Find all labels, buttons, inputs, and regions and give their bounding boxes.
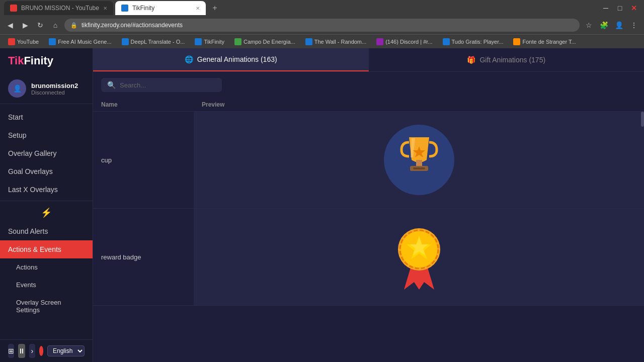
trophy-svg xyxy=(394,132,444,188)
minimize-button[interactable]: ─ xyxy=(600,2,612,14)
refresh-button[interactable]: ↻ xyxy=(34,19,46,31)
start-label: Start xyxy=(8,113,23,121)
actions-label: Actions xyxy=(16,263,38,271)
avatar: 👤 xyxy=(8,79,26,98)
bookmark-youtube[interactable]: YouTube xyxy=(4,37,43,46)
tab-youtube[interactable]: BRUNO MISSION - YouTube ✕ xyxy=(4,1,113,15)
bookmark-button[interactable]: ☆ xyxy=(583,19,595,31)
badge-svg xyxy=(394,224,444,290)
new-tab-button[interactable]: + xyxy=(208,1,222,15)
actions-events-label: Actions & Events xyxy=(8,245,61,253)
user-status: Disconnected xyxy=(31,89,78,96)
sidebar-item-setup[interactable]: Setup xyxy=(0,126,93,144)
svg-rect-1 xyxy=(416,160,422,166)
content-tabs: 🌐 General Animations (163) 🎁 Gift Animat… xyxy=(93,48,644,72)
bookmark-campo[interactable]: Campo De Energia... xyxy=(230,37,299,46)
youtube-favicon xyxy=(10,5,17,12)
address-text: tikfinity.zerody.one/#actionsandevents xyxy=(82,22,183,29)
gift-animations-icon: 🎁 xyxy=(467,56,475,64)
bookmark-fonte-icon xyxy=(513,38,520,45)
table-row: cup xyxy=(93,112,644,209)
maximize-button[interactable]: □ xyxy=(614,2,626,14)
back-button[interactable]: ◀ xyxy=(4,19,16,31)
sidebar-item-last-x-overlays[interactable]: Last X Overlays xyxy=(0,180,93,199)
sidebar-item-events[interactable]: Events xyxy=(0,276,93,294)
sidebar-footer: ⊞ ⏸ › English xyxy=(0,339,93,362)
sidebar-item-overlay-screen-settings[interactable]: Overlay Screen Settings xyxy=(0,294,93,319)
bookmark-wall-icon xyxy=(305,38,312,45)
animation-name-badge: reward badge xyxy=(93,245,194,269)
tab-tikfinity-close[interactable]: ✕ xyxy=(196,6,200,11)
scrollbar-thumb[interactable] xyxy=(641,112,644,127)
search-bar: 🔍 xyxy=(93,72,644,98)
search-input[interactable] xyxy=(120,81,216,89)
logo-tik: TikFinity xyxy=(8,54,53,67)
search-icon: 🔍 xyxy=(107,81,116,89)
bookmark-ai-music[interactable]: Free AI Music Gene... xyxy=(45,37,115,46)
address-bar[interactable]: 🔒 tikfinity.zerody.one/#actionsandevents xyxy=(64,19,580,32)
lightning-icon: ⚡ xyxy=(41,207,52,218)
general-animations-icon: 🌐 xyxy=(185,55,193,63)
column-name-header: Name xyxy=(101,101,202,108)
tab-youtube-close[interactable]: ✕ xyxy=(103,6,107,11)
sidebar-item-actions[interactable]: Actions xyxy=(0,258,93,276)
tab-general-animations[interactable]: 🌐 General Animations (163) xyxy=(93,48,369,71)
tab-tikfinity[interactable]: TikFinity ✕ xyxy=(115,1,206,15)
sidebar-item-sound-alerts[interactable]: Sound Alerts xyxy=(0,222,93,240)
forward-button[interactable]: ▶ xyxy=(19,19,31,31)
username: brunomission2 xyxy=(31,82,78,89)
sidebar: TikFinity 👤 brunomission2 Disconnected S… xyxy=(0,48,93,362)
profile-button[interactable]: 👤 xyxy=(613,19,625,31)
trophy-background xyxy=(384,125,454,195)
grid-button[interactable]: ⊞ xyxy=(8,344,14,358)
home-button[interactable]: ⌂ xyxy=(49,19,61,31)
badge-container xyxy=(379,217,459,297)
sidebar-item-overlay-gallery[interactable]: Overlay Gallery xyxy=(0,144,93,162)
last-x-overlays-label: Last X Overlays xyxy=(8,186,58,194)
bookmark-fonte[interactable]: Fonte de Stranger T... xyxy=(509,37,580,46)
pause-button[interactable]: ⏸ xyxy=(18,344,25,358)
bookmarks-bar: YouTube Free AI Music Gene... DeepL Tran… xyxy=(0,34,644,48)
expand-button[interactable]: › xyxy=(29,344,35,358)
browser-chrome: BRUNO MISSION - YouTube ✕ TikFinity ✕ + … xyxy=(0,0,644,48)
record-button[interactable] xyxy=(39,346,43,356)
bookmark-tikfinity-icon xyxy=(195,38,202,45)
bookmark-tudo[interactable]: Tudo Gratis: Player... xyxy=(439,37,508,46)
table-header: Name Preview xyxy=(93,98,644,112)
bookmark-youtube-icon xyxy=(8,38,15,45)
app: TikFinity 👤 brunomission2 Disconnected S… xyxy=(0,48,644,362)
bookmark-campo-icon xyxy=(234,38,242,45)
sound-alerts-label: Sound Alerts xyxy=(8,227,48,235)
menu-button[interactable]: ⋮ xyxy=(628,19,640,31)
lock-icon: 🔒 xyxy=(70,22,77,29)
tab-gift-animations[interactable]: 🎁 Gift Animations (175) xyxy=(369,48,645,71)
general-animations-label: General Animations (163) xyxy=(197,55,277,63)
title-bar: BRUNO MISSION - YouTube ✕ TikFinity ✕ + … xyxy=(0,0,644,16)
setup-label: Setup xyxy=(8,131,27,139)
bookmark-tikfinity[interactable]: TikFinity xyxy=(191,37,228,46)
bookmark-tudo-icon xyxy=(443,38,450,45)
logo: TikFinity xyxy=(0,48,93,73)
extensions-button[interactable]: 🧩 xyxy=(598,19,610,31)
close-button[interactable]: ✕ xyxy=(628,2,640,14)
animation-name-cup: cup xyxy=(93,148,194,172)
tikfinity-favicon xyxy=(121,5,128,12)
search-input-wrap: 🔍 xyxy=(101,78,222,92)
bookmark-wall[interactable]: The Wall - Random... xyxy=(301,37,371,46)
sidebar-item-goal-overlays[interactable]: Goal Overlays xyxy=(0,162,93,180)
goal-overlays-label: Goal Overlays xyxy=(8,167,53,175)
overlay-gallery-label: Overlay Gallery xyxy=(8,149,56,157)
sidebar-item-actions-events[interactable]: Actions & Events xyxy=(0,240,93,258)
tab-youtube-label: BRUNO MISSION - YouTube xyxy=(21,5,99,12)
animation-preview-badge xyxy=(194,209,644,305)
bookmark-deepl[interactable]: DeepL Translate - O... xyxy=(118,37,189,46)
column-preview-header: Preview xyxy=(202,101,636,108)
nav-separator-1 xyxy=(0,201,93,201)
animations-list: cup xyxy=(93,112,644,362)
table-row: reward badge xyxy=(93,209,644,306)
svg-rect-3 xyxy=(413,167,425,169)
bookmark-discord[interactable]: (146) Discord | #r... xyxy=(372,37,436,46)
content-area: 🌐 General Animations (163) 🎁 Gift Animat… xyxy=(93,48,644,362)
sidebar-item-start[interactable]: Start xyxy=(0,108,93,126)
language-select[interactable]: English xyxy=(47,345,85,356)
